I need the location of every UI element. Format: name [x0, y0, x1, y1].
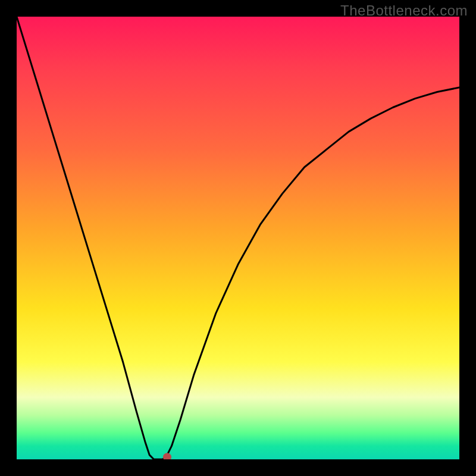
curve-layer [17, 17, 459, 459]
chart-frame: TheBottleneck.com [0, 0, 476, 476]
curve-path [17, 17, 459, 459]
marker-dot [163, 453, 171, 459]
plot-area [17, 17, 459, 459]
watermark-text: TheBottleneck.com [340, 2, 468, 19]
